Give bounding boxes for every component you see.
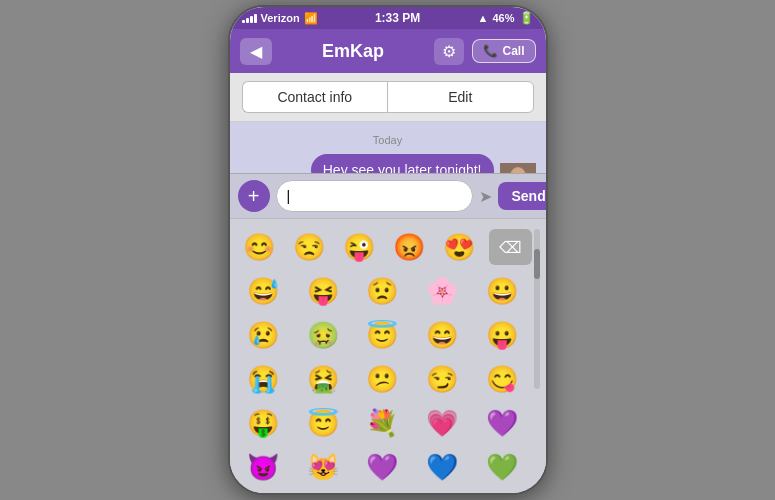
signal-bar-1 xyxy=(242,20,245,23)
emoji-cell[interactable]: 💐 xyxy=(353,401,413,445)
emoji-cell[interactable]: 💜 xyxy=(472,401,532,445)
date-label: Today xyxy=(240,134,536,146)
emoji-cell[interactable]: 💜 xyxy=(353,445,413,489)
carrier-label: Verizon xyxy=(261,12,300,24)
emoji-cell[interactable]: 😇 xyxy=(353,313,413,357)
avatar xyxy=(500,163,536,173)
emoji-cell[interactable]: 🌸 xyxy=(412,269,472,313)
nav-bar: ◀ EmKap ⚙ 📞 Call xyxy=(230,29,546,73)
emoji-cell[interactable]: 😜 xyxy=(334,225,384,269)
emoji-cell[interactable]: 😈 xyxy=(234,445,294,489)
phone-frame: Verizon 📶 1:33 PM ▲ 46% 🔋 ◀ EmKap ⚙ 📞 Ca… xyxy=(228,5,548,495)
status-bar: Verizon 📶 1:33 PM ▲ 46% 🔋 xyxy=(230,7,546,29)
arrow-icon: ➤ xyxy=(479,187,492,206)
emoji-cell[interactable]: 😢 xyxy=(234,313,294,357)
emoji-cell[interactable]: 💗 xyxy=(412,401,472,445)
tab-bar: Contact info Edit xyxy=(230,73,546,122)
message-text: Hey see you later tonight! xyxy=(323,162,482,173)
back-arrow-icon: ◀ xyxy=(250,42,262,61)
emoji-cell[interactable]: 😛 xyxy=(472,313,532,357)
status-right: ▲ 46% 🔋 xyxy=(478,11,534,25)
plus-button[interactable]: + xyxy=(238,180,270,212)
emoji-cell[interactable]: 😋 xyxy=(472,357,532,401)
plus-icon: + xyxy=(248,186,260,206)
emoji-cell[interactable]: 😝 xyxy=(293,269,353,313)
back-button[interactable]: ◀ xyxy=(240,38,272,65)
input-bar: + ➤ Send xyxy=(230,173,546,218)
emoji-cell[interactable]: 😻 xyxy=(293,445,353,489)
message-input[interactable] xyxy=(276,180,473,212)
emoji-cell[interactable]: 😀 xyxy=(472,269,532,313)
call-label: Call xyxy=(502,44,524,58)
delete-emoji-button[interactable]: ⌫ xyxy=(489,229,532,265)
emoji-cell[interactable]: 💚 xyxy=(472,445,532,489)
emoji-cell[interactable]: 😍 xyxy=(434,225,484,269)
time-label: 1:33 PM xyxy=(375,11,420,25)
send-button[interactable]: Send xyxy=(498,182,548,210)
emoji-cell[interactable]: 😭 xyxy=(234,357,294,401)
emoji-cell[interactable]: 😄 xyxy=(412,313,472,357)
call-button[interactable]: 📞 Call xyxy=(472,39,535,63)
edit-label: Edit xyxy=(448,89,472,105)
battery-icon: 🔋 xyxy=(519,11,534,25)
emoji-cell[interactable]: 😅 xyxy=(234,269,294,313)
signal-bar-2 xyxy=(246,18,249,23)
message-row: Hey see you later tonight! ✔ Sent xyxy=(240,154,536,173)
emoji-cell[interactable]: 😒 xyxy=(284,225,334,269)
emoji-cell[interactable]: 😊 xyxy=(234,225,284,269)
emoji-cell[interactable]: 😡 xyxy=(384,225,434,269)
emoji-cell[interactable]: 🤑 xyxy=(234,401,294,445)
emoji-grid-wrapper: 😊 😒 😜 😡 😍 ⌫ 😅 😝 😟 🌸 😀 xyxy=(234,225,532,489)
location-icon: ▲ xyxy=(478,12,489,24)
emoji-cell[interactable]: 😟 xyxy=(353,269,413,313)
emoji-cell[interactable]: 🤢 xyxy=(293,313,353,357)
emoji-cell[interactable]: 😏 xyxy=(412,357,472,401)
edit-tab[interactable]: Edit xyxy=(387,81,534,113)
emoji-cell[interactable]: 😕 xyxy=(353,357,413,401)
signal-bars xyxy=(242,14,257,23)
gear-button[interactable]: ⚙ xyxy=(434,38,464,65)
emoji-cell[interactable]: 😇 xyxy=(293,401,353,445)
signal-bar-4 xyxy=(254,14,257,23)
send-label: Send xyxy=(512,188,546,204)
contact-info-tab[interactable]: Contact info xyxy=(242,81,388,113)
contact-info-label: Contact info xyxy=(277,89,352,105)
emoji-scrollbar xyxy=(534,229,540,389)
emoji-panel: 😊 😒 😜 😡 😍 ⌫ 😅 😝 😟 🌸 😀 xyxy=(230,218,546,493)
battery-label: 46% xyxy=(492,12,514,24)
chat-area: Today Hey see you later tonight! ✔ Sent xyxy=(230,122,546,173)
status-left: Verizon 📶 xyxy=(242,12,318,25)
signal-bar-3 xyxy=(250,16,253,23)
nav-title: EmKap xyxy=(280,41,427,62)
emoji-cell[interactable]: 💙 xyxy=(412,445,472,489)
scrollbar-thumb xyxy=(534,249,540,279)
emoji-cell[interactable]: 🤮 xyxy=(293,357,353,401)
wifi-icon: 📶 xyxy=(304,12,318,25)
gear-icon: ⚙ xyxy=(442,43,456,60)
message-bubble: Hey see you later tonight! xyxy=(311,154,494,173)
phone-icon: 📞 xyxy=(483,44,498,58)
